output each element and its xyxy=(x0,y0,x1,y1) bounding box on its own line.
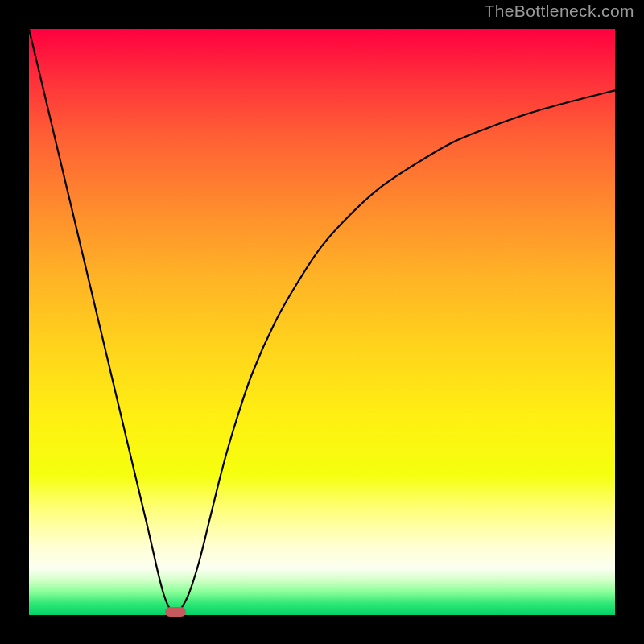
watermark-label: TheBottleneck.com xyxy=(484,2,634,21)
plot-area xyxy=(29,29,615,615)
chart-frame: TheBottleneck.com xyxy=(0,0,644,644)
bottleneck-curve xyxy=(29,29,615,615)
min-marker xyxy=(165,607,186,617)
